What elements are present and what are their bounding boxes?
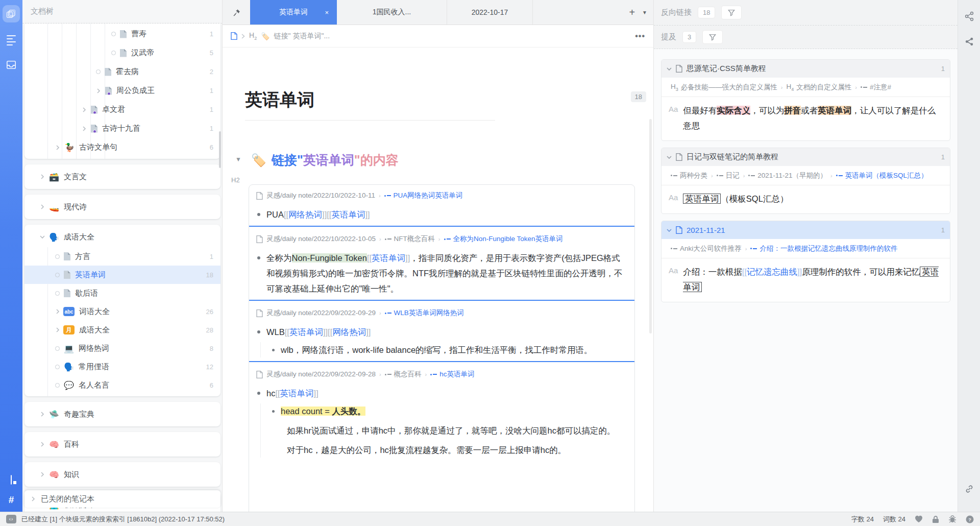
dot-toggle-icon[interactable] (55, 273, 60, 277)
backlink-doc-header[interactable]: 思源笔记·CSS简单教程 1 (662, 60, 950, 78)
tree-row[interactable]: 周公负成王 1 (24, 81, 220, 100)
notebook-row[interactable]: 🧠 知识 (24, 464, 220, 485)
document-title[interactable]: 英语单词 (245, 88, 314, 112)
graph-dock-button[interactable] (964, 11, 974, 23)
breadcrumb-text[interactable]: 链接" 英语单词"... (274, 32, 330, 41)
crumb-seg[interactable]: 日记 (717, 171, 740, 180)
tree-row[interactable]: 汉武帝 5 (24, 43, 220, 62)
list-item[interactable]: head count = 人头数。 (272, 403, 627, 419)
list-item[interactable]: 全称为Non-Fungible Token[[英语单词]]，指非同质化资产，是用… (257, 250, 627, 296)
chevron-right-icon[interactable] (55, 145, 60, 150)
block-anchor[interactable]: hc英语单词 (430, 370, 474, 379)
editor-scrollbar[interactable] (649, 119, 652, 333)
backlink-breadcrumb[interactable]: Anki大公司软件推荐 › 介绍：一款根据记忆遗忘曲线原理制作的软件 (662, 239, 950, 258)
block-breadcrumb[interactable]: 灵感/daily note/2022/10/2022-10-11 › PUA网络… (256, 187, 627, 204)
dot-toggle-icon[interactable] (111, 51, 116, 55)
mentions-filter-button[interactable] (702, 30, 723, 44)
block-anchor[interactable]: 概念百科 (385, 370, 422, 379)
crumb-seg[interactable]: #注意# (861, 83, 891, 92)
global-graph-dock-button[interactable] (964, 37, 974, 49)
tree-scrollbar[interactable] (219, 131, 221, 168)
block-anchor[interactable]: NFT概念百科 (385, 234, 435, 244)
tree-row-selected[interactable]: 英语单词 18 (24, 266, 220, 284)
file-tree-dock-button[interactable] (3, 5, 20, 22)
paragraph[interactable]: 对于hc，越是大的公司，hc批复流程越复杂。需要一层一层上报申请hc的。 (287, 442, 627, 458)
tree-row[interactable]: 🦆 古诗文单句 6 (24, 138, 220, 157)
tree-row[interactable]: 卓文君 1 (24, 100, 220, 119)
backlink-doc-header[interactable]: 日记与双链笔记的简单教程 1 (662, 148, 950, 166)
closed-notebooks-bar[interactable]: 已关闭的笔记本 (24, 490, 220, 508)
document-icon[interactable] (231, 32, 237, 40)
paragraph[interactable]: 如果hr说面试通过，申请hc中，那你就是通过了，就等吧，没啥大问题hc都可以搞定… (287, 423, 627, 438)
block-breadcrumb[interactable]: 灵感/daily note/2022/09/2022-09-29 › WLB英语… (256, 304, 627, 322)
tab-national-income[interactable]: 1国民收入... (337, 0, 447, 25)
block-breadcrumb[interactable]: 灵感/daily note/2022/09/2022-09-28 › 概念百科 … (256, 366, 627, 383)
dot-toggle-icon[interactable] (55, 254, 60, 259)
block-anchor[interactable]: WLB英语单词网络热词 (385, 308, 464, 318)
link-dock-button[interactable] (964, 484, 974, 496)
notebook-row[interactable]: 🛸 奇趣宝典 (24, 404, 220, 424)
tree-row[interactable]: abc 词语大全 26 (24, 302, 220, 321)
more-options-button[interactable]: ••• (635, 32, 645, 41)
list-item[interactable]: wlb，网络流行语，work-life balance的缩写，指工作和生活平衡，… (272, 342, 627, 357)
backlink-content[interactable]: Aa 但最好有实际含义，可以为拼音或者英语单词，让人可以了解是什么意思 (662, 97, 950, 140)
lock-button[interactable] (932, 515, 939, 523)
block-anchor[interactable]: 全称为Non-Fungible Token英语单词 (444, 234, 563, 244)
backlinks-filter-button[interactable] (721, 6, 742, 19)
chevron-right-icon[interactable] (40, 204, 45, 209)
tree-row[interactable]: 月 成语大全 28 (24, 321, 220, 339)
tab-daily-note[interactable]: 2022-10-17 (447, 0, 533, 25)
outline-dock-button[interactable] (5, 34, 18, 47)
list-item[interactable]: hc[[英语单词]] (257, 386, 627, 401)
chevron-down-icon[interactable] (40, 234, 45, 240)
chevron-right-icon[interactable] (40, 174, 45, 179)
block-anchor[interactable]: PUA网络热词英语单词 (384, 191, 463, 200)
chevron-down-icon[interactable] (667, 155, 672, 159)
notebook-row[interactable]: 🗃️ 文言文 (24, 166, 220, 187)
list-item[interactable]: WLB[[英语单词]][[网络热词]] (257, 324, 627, 340)
crumb-seg[interactable]: 两种分类 (671, 171, 707, 180)
chevron-right-icon[interactable] (96, 88, 101, 93)
crumb-seg[interactable]: 2021-11-21（早期的） (748, 171, 827, 180)
tab-list-caret-icon[interactable]: ▼ (642, 10, 647, 15)
chevron-right-icon[interactable] (82, 107, 87, 112)
chevron-right-icon[interactable] (55, 327, 60, 332)
chevron-right-icon[interactable] (40, 412, 45, 417)
dot-toggle-icon[interactable] (111, 32, 116, 36)
heading-level-label[interactable]: H2 (249, 31, 257, 41)
sponsor-button[interactable] (915, 515, 923, 523)
dot-toggle-icon[interactable] (55, 365, 60, 369)
crumb-seg[interactable]: Anki大公司软件推荐 (671, 244, 742, 253)
backlink-breadcrumb[interactable]: H3必备技能——强大的自定义属性 › H4文档的自定义属性 › #注意# (662, 78, 950, 97)
tab-english-words[interactable]: 英语单词 × (250, 0, 337, 25)
tree-row[interactable]: 曹寿 1 (24, 25, 220, 43)
h2-heading[interactable]: 🏷️ 链接"英语单词"的内容 (251, 152, 399, 169)
chevron-right-icon[interactable] (40, 472, 45, 477)
tree-row[interactable]: 💻 网络热词 8 (24, 339, 220, 357)
tab-close-icon[interactable]: × (325, 9, 329, 16)
chevron-right-icon[interactable] (82, 126, 87, 131)
crumb-seg[interactable]: 介绍：一款根据记忆遗忘曲线原理制作的软件 (750, 244, 897, 253)
notebook-row[interactable]: 🗣️ 成语大全 (24, 227, 220, 247)
ref-count-badge[interactable]: 18 (631, 91, 646, 102)
tree-row[interactable]: 🗣️ 常用俚语 12 (24, 357, 220, 376)
bookmark-dock-button[interactable] (11, 475, 12, 485)
tree-row[interactable]: 古诗十九首 1 (24, 119, 220, 138)
backlink-content[interactable]: Aa 介绍：一款根据[[记忆遗忘曲线]]原理制作的软件，可以用来记忆英语单词 (662, 258, 950, 302)
dot-toggle-icon[interactable] (96, 69, 101, 74)
chevron-down-icon[interactable] (667, 67, 672, 71)
dot-toggle-icon[interactable] (55, 346, 60, 351)
dot-toggle-icon[interactable] (55, 291, 60, 296)
help-button[interactable]: ? (966, 515, 974, 523)
inbox-dock-button[interactable] (5, 58, 18, 71)
collapse-caret-icon[interactable]: ▼ (235, 156, 241, 163)
tree-row[interactable]: 歇后语 (24, 284, 220, 302)
editor-content[interactable]: 英语单词 18 ▼ H2 🏷️ 链接"英语单词"的内容 灵感/daily not… (223, 47, 653, 512)
tag-dock-button[interactable]: # (9, 495, 14, 505)
chevron-right-icon[interactable] (40, 442, 45, 447)
notebook-row[interactable]: 🚤 现代诗 (24, 197, 220, 217)
chevron-down-icon[interactable] (667, 228, 672, 232)
backlink-breadcrumb[interactable]: 两种分类 › 日记 › 2021-11-21（早期的） › 英语单词（模板SQL… (662, 166, 950, 185)
list-item[interactable]: PUA[[网络热词]][[英语单词]] (257, 207, 627, 222)
crumb-seg[interactable]: 英语单词（模板SQL汇总） (836, 171, 928, 180)
